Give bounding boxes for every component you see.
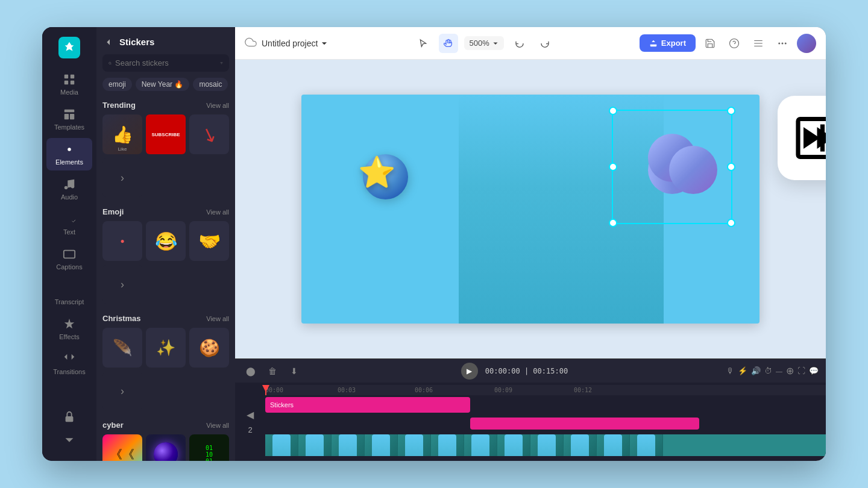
canvas-sticker-star[interactable]: ⭐ [350, 143, 404, 197]
zoom-selector[interactable]: 500% [464, 36, 503, 50]
search-input[interactable] [115, 58, 216, 67]
search-bar[interactable] [102, 54, 229, 72]
stickers-clip[interactable]: Stickers [265, 397, 470, 413]
current-time-display: 00:00:00 | 00:15:00 [485, 367, 568, 375]
zoom-level: 500% [469, 39, 489, 48]
split-tracks-btn[interactable]: ⚡ [738, 366, 747, 375]
sidebar-item-templates[interactable]: Templates [46, 103, 92, 136]
redo-btn[interactable] [535, 34, 555, 53]
sticker-subscribe[interactable]: SUBSCRIBE [146, 114, 186, 154]
mic-btn[interactable]: 🎙 [726, 366, 734, 375]
timeline-content: ◀ 2 00:00 00:03 00:06 00:09 00:12 [235, 383, 826, 461]
toolbar-center: 500% [333, 34, 634, 53]
video-thumb-5 [398, 434, 431, 456]
cyber-section-header: cyber View all [102, 421, 229, 430]
christmas-section-header: Christmas View all [102, 314, 229, 323]
svg-point-16 [785, 42, 787, 44]
cyber-view-all[interactable]: View all [206, 422, 229, 429]
svg-point-9 [71, 185, 75, 189]
app-logo[interactable] [58, 37, 80, 58]
undo-btn[interactable] [510, 34, 529, 53]
settings-icon-btn[interactable] [749, 34, 768, 53]
christmas-view-all[interactable]: View all [206, 315, 229, 322]
watermark-logo [778, 96, 826, 180]
project-name[interactable]: Untitled project [262, 39, 329, 48]
video-thumb-11 [597, 434, 630, 456]
back-arrow-icon[interactable] [105, 37, 115, 47]
tag-emoji[interactable]: emoji [102, 78, 132, 91]
handle-tr[interactable] [727, 107, 735, 115]
sticker-laugh[interactable]: 😂 [146, 221, 186, 261]
sticker-feather[interactable]: 🪶 [102, 328, 142, 368]
filter-icon[interactable] [220, 59, 223, 67]
video-clip[interactable] [265, 434, 826, 456]
trending-more[interactable]: › [102, 158, 142, 198]
sidebar-collapse-btn[interactable] [46, 428, 92, 451]
svg-point-15 [782, 42, 784, 44]
speed-btn[interactable]: ⏱ [764, 366, 772, 375]
sidebar-item-transitions[interactable]: Transitions [46, 348, 92, 380]
ruler-mark-3: 00:09 [494, 387, 512, 393]
emoji-view-all[interactable]: View all [206, 208, 229, 216]
audio-sync-btn[interactable]: 🔊 [751, 366, 761, 375]
audio-toggle-icon[interactable]: ◀ [247, 409, 254, 421]
sticker-glitch[interactable]: 《《 [102, 434, 142, 461]
trending-grid: 👍 Like SUBSCRIBE ↘ › [102, 114, 229, 198]
cloud-save-icon[interactable] [245, 36, 257, 51]
sticker-arrow[interactable]: ↘ [189, 114, 229, 154]
comment-btn[interactable]: 💬 [809, 366, 819, 375]
handle-bl[interactable] [609, 219, 617, 227]
timeline-delete-btn[interactable]: 🗑 [264, 363, 281, 380]
hand-tool-btn[interactable] [439, 34, 458, 53]
timeline-download-btn[interactable]: ⬇ [286, 363, 303, 380]
sidebar-item-media[interactable]: Media [46, 68, 92, 101]
sidebar-item-effects-label: Effects [59, 333, 79, 340]
help-icon-btn[interactable] [725, 34, 744, 53]
handle-ml[interactable] [609, 163, 617, 171]
svg-rect-11 [66, 416, 74, 422]
tag-newyear[interactable]: New Year 🔥 [136, 78, 190, 91]
handle-mr[interactable] [727, 163, 735, 171]
sidebar-item-lock[interactable] [46, 405, 92, 428]
project-name-text: Untitled project [262, 39, 318, 48]
zoom-dropdown-icon [492, 40, 499, 47]
select-tool-btn[interactable] [414, 34, 433, 53]
playhead[interactable] [265, 385, 266, 395]
handle-br[interactable] [727, 219, 735, 227]
svg-rect-1 [71, 75, 74, 78]
sticker-orb[interactable] [146, 434, 186, 461]
tags-row: emoji New Year 🔥 mosaic [96, 78, 235, 98]
sticker-love[interactable]: 🤝 [189, 221, 229, 261]
sidebar-item-captions[interactable]: Captions [46, 243, 92, 275]
play-button[interactable]: ▶ [461, 363, 478, 380]
emoji-more[interactable]: › [102, 264, 142, 304]
sticker-like[interactable]: 👍 Like [102, 114, 142, 154]
top-toolbar: Untitled project [235, 27, 826, 60]
export-button[interactable]: Export [640, 34, 696, 52]
canvas-frame[interactable]: ⭐ [301, 95, 760, 324]
fullscreen-btn[interactable]: ⛶ [797, 366, 805, 375]
sticker-cookie[interactable]: 🍪 [189, 328, 229, 368]
sticker-sparkle[interactable]: ✨ [146, 328, 186, 368]
more-options-btn[interactable] [773, 34, 792, 53]
sidebar-item-effects[interactable]: Effects [46, 313, 92, 345]
timeline-toolbar: ⬤ 🗑 ⬇ ▶ 00:00:00 | 00:15:00 🎙 ⚡ 🔊 ⏱ [235, 358, 826, 383]
pink-clip[interactable] [470, 418, 699, 430]
sidebar-item-text[interactable]: Text [46, 208, 92, 240]
sticker-matrix[interactable]: 011001 [189, 434, 229, 461]
sidebar-item-transcript[interactable]: Transcript [46, 278, 92, 310]
trending-view-all[interactable]: View all [206, 102, 229, 109]
sticker-dot[interactable]: ● [102, 221, 142, 261]
christmas-more[interactable]: › [102, 371, 142, 411]
project-dropdown-icon [320, 39, 329, 48]
zoom-out-btn[interactable]: ⊕ [786, 365, 794, 377]
handle-tl[interactable] [609, 107, 617, 115]
video-thumb-12 [630, 434, 663, 456]
sidebar-item-audio[interactable]: Audio [46, 173, 92, 205]
tag-mosaic[interactable]: mosaic [193, 78, 228, 91]
timeline-split-btn[interactable]: ⬤ [242, 363, 259, 380]
user-avatar[interactable] [797, 34, 816, 53]
save-icon-btn[interactable] [700, 34, 720, 53]
canvas-sticker-heart[interactable] [619, 117, 725, 217]
sidebar-item-elements[interactable]: Elements [46, 138, 92, 170]
